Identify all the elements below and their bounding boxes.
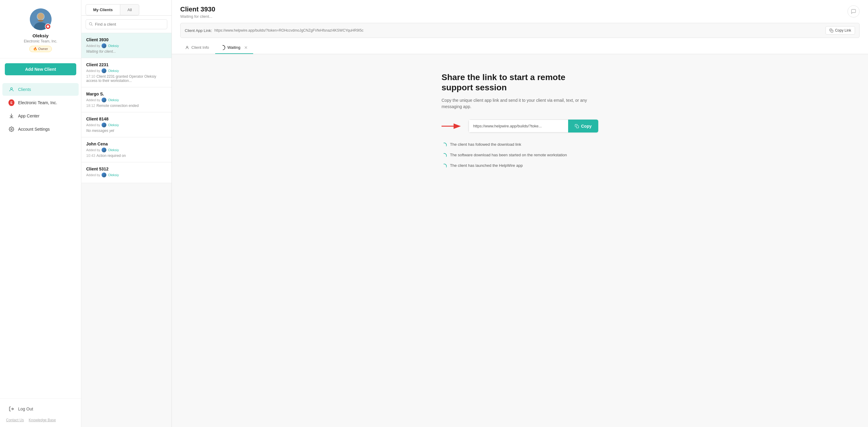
add-new-client-button[interactable]: Add New Client (5, 63, 76, 75)
list-item[interactable]: Client 8148 Added by Oleksiy No messages… (82, 112, 172, 137)
contact-us-link[interactable]: Contact Us (6, 418, 24, 422)
app-link-bar: Client App Link: https://www.helpwire.ap… (180, 23, 860, 38)
download-icon (8, 113, 14, 119)
client-subtitle: Waiting for client... (180, 14, 215, 19)
operator-name: Oleksiy (108, 98, 119, 102)
sidebar-item-account-settings[interactable]: Account Settings (2, 123, 79, 135)
tab-waiting-label: Waiting (227, 45, 241, 50)
operator-name: Oleksiy (108, 123, 119, 127)
tab-my-clients[interactable]: My Clients (86, 4, 120, 15)
operator-avatar (101, 172, 106, 177)
added-by-label: Added by (86, 173, 100, 177)
sidebar-item-app-center[interactable]: App Center (2, 109, 79, 122)
close-tab-button[interactable]: ✕ (244, 45, 248, 50)
sidebar-item-clients-label: Clients (18, 87, 31, 92)
status-list: The client has followed the download lin… (441, 142, 598, 169)
status-item: The client has launched the HelpWire app (441, 163, 598, 169)
list-item[interactable]: Margo S. Added by Oleksiy 18:12Remote co… (82, 87, 172, 112)
list-item[interactable]: Client 5312 Added by Oleksiy (82, 162, 172, 183)
added-by-label: Added by (86, 123, 100, 127)
profile-company: Electronic Team, Inc. (24, 39, 57, 43)
client-name: Client 8148 (86, 117, 167, 121)
copy-button-label: Copy (581, 124, 592, 129)
tab-client-info[interactable]: Client Info (180, 42, 214, 53)
client-status: 18:12Remote connection ended (86, 104, 167, 108)
svg-rect-9 (831, 30, 833, 32)
knowledge-base-link[interactable]: Knowledge Base (29, 418, 56, 422)
profile-name: Oleksiy (33, 33, 49, 38)
status-text: The client has followed the download lin… (450, 142, 521, 146)
operator-name: Oleksiy (108, 173, 119, 177)
svg-rect-13 (576, 126, 579, 128)
status-text: The client has launched the HelpWire app (450, 163, 523, 168)
tab-all-clients[interactable]: All (120, 4, 139, 15)
app-link-label: Client App Link: (185, 28, 212, 33)
sidebar-item-clients[interactable]: Clients (2, 83, 79, 96)
copy-link-button[interactable]: Copy Link (826, 26, 855, 35)
sidebar-nav: Clients E Electronic Team, Inc. App Cent… (0, 80, 81, 398)
logout-button[interactable]: Log Out (2, 403, 79, 415)
app-link-url: https://www.helpwire.app/builds/?token=R… (214, 28, 823, 33)
added-by-label: Added by (86, 98, 100, 102)
share-section: Share the link to start a remote support… (441, 72, 598, 169)
svg-point-7 (89, 22, 92, 25)
client-list: Client 3930 Added by Oleksiy Waiting for… (82, 33, 172, 427)
avatar (30, 8, 52, 30)
link-display: https://www.helpwire.app/builds/?toke... (469, 120, 568, 132)
search-input[interactable] (86, 19, 167, 29)
org-icon: E (8, 100, 14, 106)
logout-label: Log Out (18, 406, 33, 412)
operator-name: Oleksiy (108, 69, 119, 73)
list-item[interactable]: John Cena Added by Oleksiy 10:43Action r… (82, 137, 172, 162)
owner-badge: 🔥 Owner (29, 46, 52, 52)
sidebar-item-app-center-label: App Center (18, 113, 39, 118)
client-search-area (82, 15, 172, 33)
client-name: Client 5312 (86, 167, 167, 171)
sidebar-item-electronic-team[interactable]: E Electronic Team, Inc. (2, 96, 79, 109)
share-link-row: https://www.helpwire.app/builds/?toke...… (441, 120, 598, 132)
arrow-indicator (441, 122, 463, 130)
operator-avatar (101, 147, 106, 152)
svg-point-4 (10, 88, 12, 90)
operator-avatar (101, 98, 106, 102)
main-body: Share the link to start a remote support… (172, 54, 868, 427)
svg-point-5 (11, 129, 12, 130)
svg-line-8 (92, 25, 93, 26)
client-name: Client 3930 (86, 37, 167, 42)
main-header: Client 3930 Waiting for client... Client… (172, 0, 868, 54)
sidebar: Oleksiy Electronic Team, Inc. 🔥 Owner Ad… (0, 0, 82, 427)
client-name: John Cena (86, 141, 167, 146)
status-item: The client has followed the download lin… (441, 142, 598, 148)
svg-point-10 (187, 46, 188, 47)
client-status: Waiting for client... (86, 50, 167, 54)
client-tabs: My Clients All (82, 0, 172, 15)
sidebar-item-org-label: Electronic Team, Inc. (18, 100, 57, 105)
avatar-badge (45, 24, 51, 30)
operator-avatar (101, 43, 106, 48)
logout-icon (8, 406, 14, 412)
chat-button[interactable] (847, 5, 860, 18)
client-name: Margo S. (86, 92, 167, 96)
client-title: Client 3930 (180, 5, 215, 13)
list-item[interactable]: Client 3930 Added by Oleksiy Waiting for… (82, 33, 172, 58)
gear-icon (8, 126, 14, 132)
client-status: 10:43Action required on (86, 154, 167, 158)
status-text: The software download has been started o… (450, 153, 567, 157)
tab-waiting[interactable]: Waiting ✕ (215, 41, 253, 54)
client-name: Client 2231 (86, 62, 167, 67)
copy-button[interactable]: Copy (568, 120, 598, 132)
operator-name: Oleksiy (108, 148, 119, 152)
link-copy-group: https://www.helpwire.app/builds/?toke...… (469, 120, 598, 132)
client-list-panel: My Clients All Client 3930 Added by Olek… (82, 0, 172, 427)
footer-links: Contact Us Knowledge Base (2, 416, 79, 423)
share-description: Copy the unique client app link and send… (441, 97, 598, 110)
main-content: Client 3930 Waiting for client... Client… (172, 0, 868, 427)
operator-name: Oleksiy (108, 44, 119, 47)
svg-point-3 (37, 13, 44, 20)
added-by-label: Added by (86, 44, 100, 47)
client-status: No messages yet (86, 129, 167, 133)
status-item: The software download has been started o… (441, 153, 598, 158)
operator-avatar (101, 123, 106, 127)
main-tabs: Client Info Waiting ✕ (180, 41, 860, 54)
list-item[interactable]: Client 2231 Added by Oleksiy 17:10Client… (82, 58, 172, 87)
